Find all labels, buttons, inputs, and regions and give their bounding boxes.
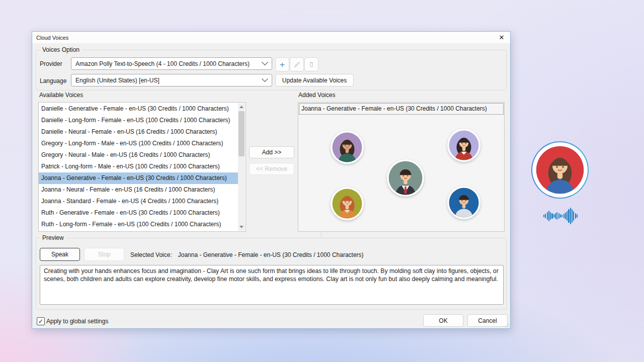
window-title: Cloud Voices [32, 35, 68, 41]
splitter-handle[interactable] [321, 231, 321, 238]
added-voice-item[interactable]: Joanna - Generative - Female - en-US (30… [299, 103, 504, 115]
ok-button[interactable]: OK [423, 314, 463, 327]
avatar-woman-purple[interactable] [331, 131, 364, 164]
language-dropdown[interactable]: English (United States) [en-US] [71, 74, 272, 86]
added-voices-label: Added Voices [298, 92, 335, 99]
resize-grip[interactable] [504, 322, 509, 327]
desktop-background: Cloud Voices ✕ Voices Option Provider Am… [0, 0, 644, 362]
available-voice-item[interactable]: Danielle - Long-form - Female - en-US (1… [39, 115, 238, 126]
title-bar[interactable]: Cloud Voices [32, 32, 510, 43]
chevron-down-icon [262, 59, 268, 65]
preview-avatar-ring [531, 141, 589, 199]
delete-provider-button [304, 57, 318, 71]
apply-global-checkbox[interactable]: ✓ [37, 317, 45, 325]
scrollbar-down-icon[interactable] [238, 223, 245, 231]
pencil-icon [293, 61, 301, 68]
added-voices-avatars [298, 114, 504, 231]
avatar-man-blue[interactable] [447, 186, 480, 219]
close-icon[interactable]: ✕ [493, 32, 510, 43]
trash-icon [308, 61, 315, 68]
cancel-button[interactable]: Cancel [467, 314, 508, 327]
preview-avatar-border [532, 142, 588, 198]
scrollbar[interactable] [238, 103, 245, 231]
language-value: English (United States) [en-US] [75, 77, 159, 84]
avatar-man-suit[interactable] [387, 159, 424, 197]
available-voice-item[interactable]: Joanna - Neural - Female - en-US (16 Cre… [39, 184, 238, 196]
available-voice-item[interactable]: Ruth - Generative - Female - en-US (30 C… [39, 207, 238, 219]
update-available-voices-button[interactable]: Update Available Voices [275, 74, 354, 86]
selected-voice-value: Joanna - Generative - Female - en-US (30… [178, 251, 364, 258]
avatar-woman-olive[interactable] [331, 187, 364, 220]
check-icon: ✓ [38, 318, 43, 324]
available-voices-rows: Danielle - Generative - Female - en-US (… [39, 103, 238, 231]
stop-button: Stop [84, 248, 124, 261]
available-voice-item[interactable]: Gregory - Neural - Male - en-US (16 Cred… [39, 149, 238, 161]
language-label: Language [40, 77, 66, 84]
apply-global-label: Apply to global settings [46, 318, 108, 325]
selected-voice-line: Selected Voice: Joanna - Generative - Fe… [130, 251, 364, 258]
voices-option-legend: Voices Option [40, 46, 82, 54]
cloud-voices-dialog: Cloud Voices ✕ Voices Option Provider Am… [32, 31, 511, 329]
available-voice-item[interactable]: Patrick - Long-form - Male - en-US (100 … [39, 161, 238, 172]
avatar-woman-lavender[interactable] [447, 129, 480, 162]
available-voice-item[interactable]: Danielle - Generative - Female - en-US (… [39, 103, 238, 115]
selected-voice-label: Selected Voice: [130, 251, 172, 258]
preview-avatar-woman-red [536, 146, 584, 194]
available-voice-item[interactable]: Joanna - Generative - Female - en-US (30… [39, 172, 238, 184]
added-voices-panel[interactable]: Joanna - Generative - Female - en-US (30… [298, 102, 505, 232]
preview-text-input[interactable]: Creating with your hands enhances focus … [40, 265, 504, 305]
available-voice-item[interactable]: Ruth - Long-form - Female - en-US (100 C… [39, 219, 238, 230]
preview-legend: Preview [40, 234, 66, 242]
add-voice-button[interactable]: Add >> [249, 146, 294, 158]
available-voices-label: Available Voices [39, 92, 83, 99]
scrollbar-up-icon[interactable] [238, 103, 245, 111]
speak-button[interactable]: Speak [40, 248, 80, 261]
scrollbar-thumb[interactable] [238, 111, 245, 156]
chevron-down-icon [262, 75, 268, 82]
plus-icon: + [280, 60, 285, 69]
add-provider-button[interactable]: + [275, 57, 289, 71]
available-voice-item[interactable]: Danielle - Neural - Female - en-US (16 C… [39, 126, 238, 138]
available-voice-item[interactable]: Gregory - Long-form - Male - en-US (100 … [39, 138, 238, 149]
available-voices-list[interactable]: Danielle - Generative - Female - en-US (… [38, 102, 246, 232]
edit-provider-button [290, 57, 304, 71]
provider-value: Amazon Polly Text-to-Speech (4 - 100 Cre… [75, 60, 250, 67]
waveform-icon [543, 207, 578, 225]
provider-label: Provider [40, 60, 62, 67]
provider-dropdown[interactable]: Amazon Polly Text-to-Speech (4 - 100 Cre… [71, 57, 272, 70]
available-voice-item[interactable]: Joanna - Standard - Female - en-US (4 Cr… [39, 196, 238, 207]
remove-voice-button: << Remove [249, 163, 294, 175]
